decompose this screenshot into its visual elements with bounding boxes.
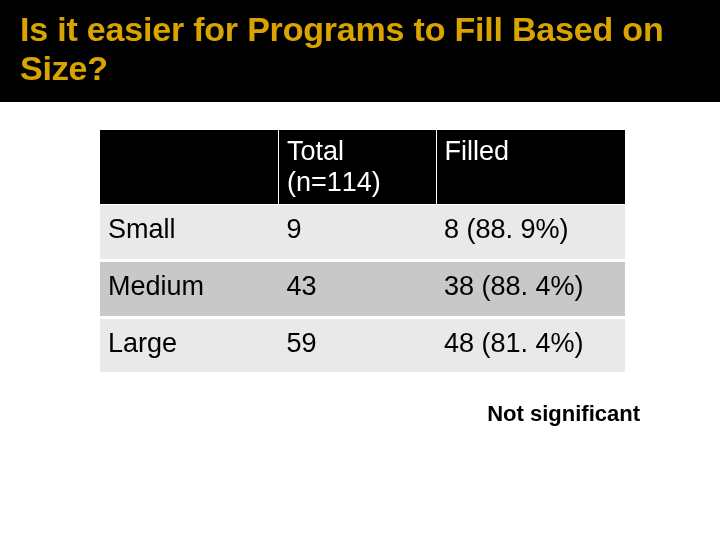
row-filled: 38 (88. 4%)	[436, 260, 625, 317]
row-filled: 8 (88. 9%)	[436, 205, 625, 261]
row-label: Small	[100, 205, 279, 261]
slide-title: Is it easier for Programs to Fill Based …	[20, 10, 700, 88]
row-total: 9	[279, 205, 437, 261]
table-row: Small 9 8 (88. 9%)	[100, 205, 625, 261]
row-label: Large	[100, 317, 279, 374]
table-header-row: Total (n=114) Filled	[100, 130, 625, 205]
col-header-total: Total (n=114)	[279, 130, 437, 205]
row-total: 59	[279, 317, 437, 374]
row-total: 43	[279, 260, 437, 317]
data-table-wrap: Total (n=114) Filled Small 9 8 (88. 9%) …	[100, 130, 625, 375]
title-band: Is it easier for Programs to Fill Based …	[0, 0, 720, 102]
col-header-blank	[100, 130, 279, 205]
col-header-filled: Filled	[436, 130, 625, 205]
table-row: Medium 43 38 (88. 4%)	[100, 260, 625, 317]
footnote: Not significant	[0, 401, 640, 427]
row-filled: 48 (81. 4%)	[436, 317, 625, 374]
data-table: Total (n=114) Filled Small 9 8 (88. 9%) …	[100, 130, 625, 375]
table-row: Large 59 48 (81. 4%)	[100, 317, 625, 374]
row-label: Medium	[100, 260, 279, 317]
